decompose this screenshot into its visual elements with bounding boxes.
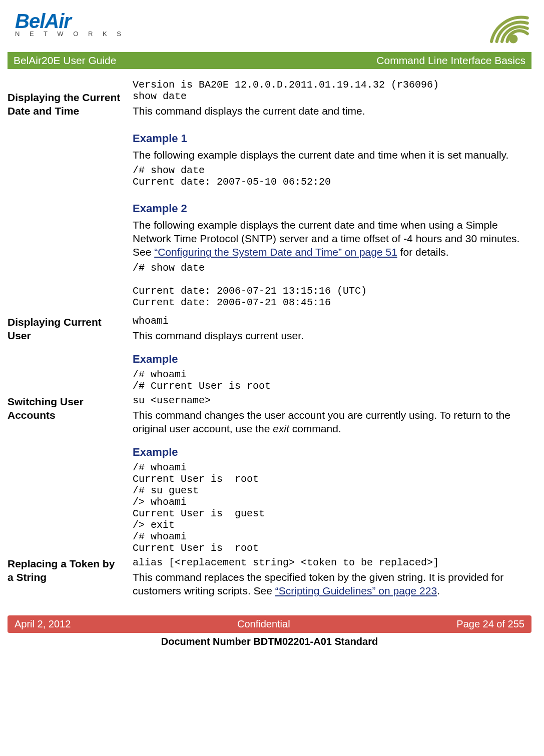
link-scripting-guidelines[interactable]: “Scripting Guidelines” on page 223 — [275, 585, 437, 596]
example2-desc: The following example displays the curre… — [133, 218, 531, 259]
document-number: Document Number BDTM02201-A01 Standard — [8, 636, 531, 647]
title-left: BelAir20E User Guide — [14, 55, 116, 67]
logo: BelAir N E T W O R K S — [8, 10, 125, 38]
user-example-title: Example — [133, 352, 531, 367]
example1-desc: The following example displays the curre… — [133, 148, 531, 162]
footer-bar: April 2, 2012 Confidential Page 24 of 25… — [8, 615, 531, 633]
example2-code: /# show date Current date: 2006-07-21 13… — [133, 262, 531, 308]
logo-bottom: N E T W O R K S — [15, 30, 125, 38]
desc-whoami: This command displays current user. — [133, 329, 531, 342]
example1-code: /# show date Current date: 2007-05-10 06… — [133, 165, 531, 188]
example2-desc-post: for details. — [397, 246, 449, 258]
network-arc-icon — [486, 10, 531, 47]
link-config-date-time[interactable]: “Configuring the System Date and Time” o… — [154, 246, 397, 258]
footer-page: Page 24 of 255 — [456, 618, 524, 630]
page-header: BelAir N E T W O R K S — [8, 10, 531, 47]
svg-point-0 — [509, 35, 518, 44]
footer-date: April 2, 2012 — [15, 618, 71, 630]
side-heading-user: Displaying Current User — [8, 315, 128, 395]
spacer — [133, 311, 531, 315]
switch-example-title: Example — [133, 445, 531, 460]
cmd-su: su <username> — [133, 395, 531, 406]
cmd-show-date: show date — [133, 91, 531, 102]
version-line: Version is BA20E 12.0.0.D.2011.01.19.14.… — [133, 79, 531, 91]
cmd-alias: alias [<replacement string> <token to be… — [133, 557, 531, 568]
title-right: Command Line Interface Basics — [376, 55, 525, 67]
user-example-code: /# whoami /# Current User is root — [133, 369, 531, 392]
side-heading-datetime: Displaying the Current Date and Time — [8, 91, 128, 311]
side-heading-switch: Switching User Accounts — [8, 395, 128, 557]
spacer — [8, 311, 128, 315]
example1-title: Example 1 — [133, 132, 531, 146]
example2-title: Example 2 — [133, 202, 531, 216]
logo-top: BelAir — [15, 10, 125, 33]
cmd-whoami: whoami — [133, 315, 531, 327]
desc-show-date: This command displays the current date a… — [133, 104, 531, 118]
desc-alias-post: . — [437, 585, 440, 596]
side-heading-alias: Replacing a Token by a String — [8, 557, 128, 601]
footer-confidential: Confidential — [237, 618, 290, 630]
title-bar: BelAir20E User Guide Command Line Interf… — [8, 52, 531, 69]
desc-su-post: command. — [289, 423, 341, 434]
desc-alias: This command replaces the specified toke… — [133, 570, 531, 598]
spacer — [8, 79, 128, 91]
switch-example-code: /# whoami Current User is root /# su gue… — [133, 462, 531, 554]
desc-su: This command changes the user account yo… — [133, 408, 531, 436]
desc-su-exit: exit — [273, 423, 289, 434]
